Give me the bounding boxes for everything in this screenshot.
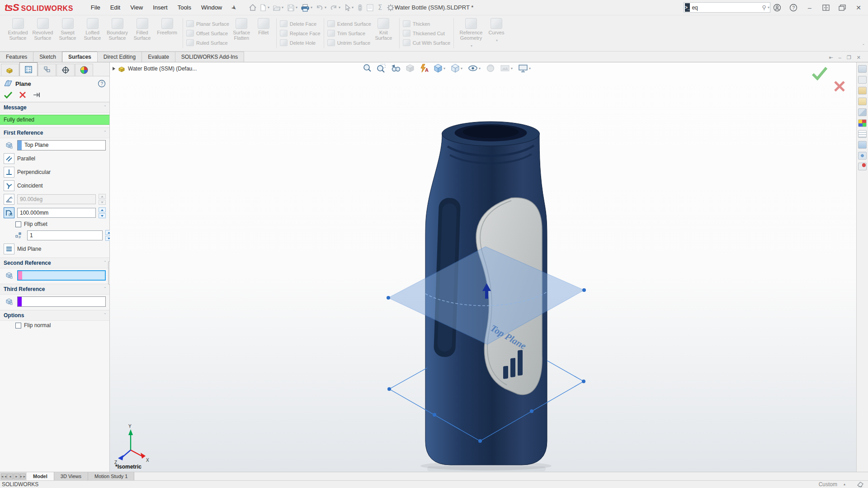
- display-manager-tab[interactable]: [75, 64, 93, 76]
- view-settings-button[interactable]: ▾: [518, 63, 532, 73]
- flip-normal-row[interactable]: Flip normal: [12, 321, 109, 330]
- third-reference-selection-box[interactable]: [17, 296, 106, 307]
- task-3dexperience-icon[interactable]: [858, 152, 867, 160]
- unit-system-caret-icon[interactable]: ▴: [844, 482, 845, 486]
- new-document-caret-icon[interactable]: ▾: [268, 5, 269, 9]
- cancel-x-icon[interactable]: [19, 91, 26, 99]
- apply-scene-button[interactable]: ▾: [500, 63, 514, 73]
- tab-direct-editing[interactable]: Direct Editing: [97, 52, 142, 62]
- tab-evaluate[interactable]: Evaluate: [142, 52, 175, 62]
- doc-restore-icon[interactable]: ❐: [847, 55, 851, 61]
- search-box[interactable]: >_ ⚲ ▾: [684, 2, 770, 13]
- confirmation-corner-cancel[interactable]: [834, 80, 845, 94]
- first-reference-section-header[interactable]: First Reference ˇ: [0, 127, 109, 138]
- expand-tree-icon[interactable]: [113, 67, 115, 70]
- tile-windows-button[interactable]: [819, 1, 833, 14]
- confirmation-corner-ok[interactable]: [811, 66, 828, 82]
- undo-button[interactable]: ▾: [315, 2, 328, 13]
- print-caret-icon[interactable]: ▾: [311, 5, 312, 9]
- menu-window[interactable]: Window: [196, 1, 227, 14]
- curves-button[interactable]: Curves▾: [485, 17, 508, 43]
- properties-button[interactable]: [365, 2, 375, 13]
- save-button[interactable]: ▾: [286, 2, 299, 13]
- curves-caret-icon[interactable]: ▾: [496, 38, 498, 42]
- scroll-first-button[interactable]: ◄◄: [1, 474, 7, 479]
- delete-face-button[interactable]: Delete Face: [280, 20, 321, 27]
- unit-system-selector[interactable]: Custom: [819, 481, 837, 488]
- selection-filter-button[interactable]: [356, 2, 364, 13]
- angle-input[interactable]: [17, 194, 96, 204]
- task-notifications-icon[interactable]: [858, 163, 867, 170]
- mid-plane-row[interactable]: Mid Plane: [0, 242, 109, 256]
- redo-button[interactable]: ▾: [329, 2, 342, 13]
- doc-minimize-icon[interactable]: –: [839, 55, 841, 61]
- apply-scene-caret-icon[interactable]: ▾: [511, 66, 513, 70]
- tab-features[interactable]: Features: [0, 52, 33, 62]
- second-reference-section-header[interactable]: Second Reference ˇ: [0, 258, 109, 268]
- zoom-to-fit-button[interactable]: [362, 63, 372, 73]
- perpendicular-constraint-row[interactable]: Perpendicular: [0, 165, 109, 179]
- menu-insert[interactable]: Insert: [148, 1, 173, 14]
- tab-motion-study[interactable]: Motion Study 1: [88, 472, 134, 480]
- print-button[interactable]: ▾: [300, 2, 314, 13]
- thicken-button[interactable]: Thicken: [403, 20, 450, 27]
- property-manager-tab[interactable]: [19, 62, 38, 76]
- menu-file[interactable]: File: [86, 1, 105, 14]
- task-home-icon[interactable]: [858, 65, 867, 73]
- task-custom-properties-icon[interactable]: [858, 130, 867, 138]
- plane-corner-handle[interactable]: [582, 288, 586, 292]
- lofted-surface-button[interactable]: Lofted Surface: [80, 17, 105, 41]
- reference-geometry-caret-icon[interactable]: ▾: [471, 44, 472, 48]
- message-section-header[interactable]: Message ˇ: [0, 102, 109, 113]
- feature-manager-tree-tab[interactable]: [1, 64, 19, 76]
- hide-show-caret-icon[interactable]: ▾: [479, 66, 481, 70]
- save-caret-icon[interactable]: ▾: [296, 5, 297, 9]
- redo-caret-icon[interactable]: ▾: [339, 5, 340, 9]
- replace-face-button[interactable]: Replace Face: [280, 30, 321, 37]
- first-reference-selection-box[interactable]: Top Plane: [17, 140, 106, 150]
- task-appearances-icon[interactable]: [858, 119, 867, 127]
- doc-close-icon[interactable]: ✕: [857, 55, 861, 61]
- task-forum-icon[interactable]: [858, 141, 867, 149]
- cut-with-surface-button[interactable]: Cut With Surface: [403, 39, 450, 46]
- hide-show-items-button[interactable]: ▾: [467, 63, 481, 73]
- edit-appearance-button[interactable]: [486, 63, 495, 73]
- graphics-viewport[interactable]: Top Plane: [110, 62, 856, 472]
- tag-stamp-icon[interactable]: [856, 481, 864, 488]
- tab-sketch[interactable]: Sketch: [33, 52, 62, 62]
- previous-view-button[interactable]: [390, 63, 401, 73]
- display-style-caret-icon[interactable]: ▾: [461, 66, 462, 70]
- scroll-left-button[interactable]: ◄: [7, 474, 13, 479]
- plane-corner-handle[interactable]: [387, 296, 390, 300]
- surface-flatten-button[interactable]: Surface Flatten: [229, 17, 254, 41]
- minimize-button[interactable]: –: [803, 1, 816, 14]
- parallel-constraint-row[interactable]: Parallel: [0, 152, 109, 165]
- open-document-caret-icon[interactable]: ▾: [282, 5, 283, 9]
- angle-spinner[interactable]: [99, 194, 106, 205]
- home-button[interactable]: [248, 2, 258, 13]
- extend-surface-button[interactable]: Extend Surface: [327, 20, 371, 27]
- flip-offset-checkbox[interactable]: [15, 221, 21, 227]
- scroll-right-button[interactable]: ►: [14, 474, 19, 479]
- dock-window-icon[interactable]: ⇤: [829, 55, 833, 61]
- task-resources-icon[interactable]: [858, 76, 867, 84]
- task-design-library-icon[interactable]: [858, 87, 867, 94]
- revolved-surface-button[interactable]: Revolved Surface: [30, 17, 55, 41]
- open-document-button[interactable]: ▾: [272, 2, 285, 13]
- menu-edit[interactable]: Edit: [105, 1, 125, 14]
- undo-caret-icon[interactable]: ▾: [325, 5, 326, 9]
- menu-view[interactable]: View: [125, 1, 148, 14]
- user-account-button[interactable]: [770, 1, 784, 14]
- thickened-cut-button[interactable]: Thickened Cut: [403, 30, 450, 37]
- freeform-button[interactable]: Freeform: [155, 17, 179, 35]
- second-reference-selection-box[interactable]: [17, 270, 106, 281]
- delete-hole-button[interactable]: Delete Hole: [280, 39, 321, 46]
- pm-help-icon[interactable]: ?: [98, 80, 106, 88]
- scroll-last-button[interactable]: ►►: [20, 474, 26, 479]
- close-button[interactable]: ✕: [852, 1, 865, 14]
- ruled-surface-button[interactable]: Ruled Surface: [186, 39, 229, 46]
- equations-button[interactable]: Σ: [376, 2, 385, 13]
- task-file-explorer-icon[interactable]: [858, 98, 867, 105]
- offset-surface-button[interactable]: Offset Surface: [186, 30, 229, 37]
- filled-surface-button[interactable]: Filled Surface: [130, 17, 155, 41]
